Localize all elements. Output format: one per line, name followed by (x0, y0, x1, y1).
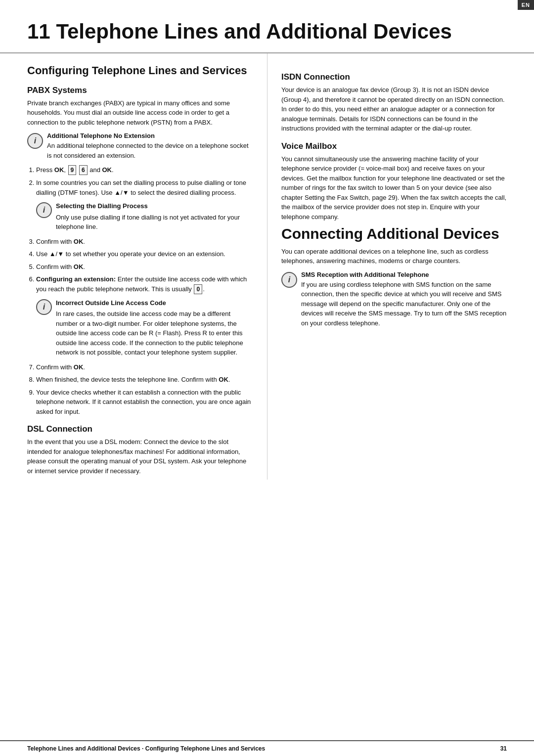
step-6: Configuring an extension: Enter the outs… (36, 274, 253, 357)
info-icon-4: i (281, 272, 297, 288)
voicemail-text: You cannot simultaneously use the answer… (281, 154, 507, 222)
pabx-body: Private branch exchanges (PABX) are typi… (27, 98, 253, 128)
info-box-3: i Incorrect Outside Line Access Code In … (36, 298, 253, 357)
info-box-2: i Selecting the Dialling Process Only us… (36, 201, 253, 232)
info-content-3: Incorrect Outside Line Access Code In ra… (56, 298, 253, 357)
info-content-1: Additional Telephone No Extension An add… (47, 132, 253, 160)
step-7: Confirm with OK. (36, 362, 253, 372)
step-5: Confirm with OK. (36, 262, 253, 272)
en-tab: EN (518, 0, 534, 10)
steps-list: Press OK, 9 6 and OK. In some countries … (27, 165, 253, 416)
info1-text: An additional telephone connected to the… (47, 141, 253, 160)
pabx-title: PABX Systems (27, 86, 253, 95)
step-1: Press OK, 9 6 and OK. (36, 165, 253, 175)
dsl-text: In the event that you use a DSL modem: C… (27, 437, 253, 476)
right-column: ISDN Connection Your device is an analog… (267, 53, 507, 480)
voicemail-title: Voice Mailbox (281, 141, 507, 151)
info-box-1: i Additional Telephone No Extension An a… (27, 132, 253, 160)
info1-title: Additional Telephone No Extension (47, 132, 253, 139)
info2-text: Only use pulse dialling if tone dialling… (56, 213, 253, 232)
info3-title: Incorrect Outside Line Access Code (56, 298, 253, 308)
info-box-4: i SMS Reception with Additional Telephon… (281, 271, 507, 328)
info-icon-1: i (27, 133, 43, 149)
info4-text: If you are using cordless telephone with… (301, 280, 507, 328)
section1-title: Configuring Telephone Lines and Services (27, 64, 253, 77)
step-4: Use ▲/▼ to set whether you operate your … (36, 249, 253, 259)
left-column: Configuring Telephone Lines and Services… (27, 53, 267, 480)
info3-text: In rare cases, the outside line access c… (56, 309, 253, 357)
info4-title: SMS Reception with Additional Telephone (301, 271, 507, 278)
section2-title: Connecting Additional Devices (281, 225, 507, 243)
footer-page: 31 (500, 745, 507, 752)
main-title: 11 Telephone Lines and Additional Device… (0, 0, 534, 53)
info-content-4: SMS Reception with Additional Telephone … (301, 271, 507, 328)
footer: Telephone Lines and Additional Devices ·… (0, 740, 534, 756)
info-icon-2: i (36, 202, 52, 218)
isdn-text: Your device is an analogue fax device (G… (281, 85, 507, 133)
columns: Configuring Telephone Lines and Services… (0, 53, 534, 480)
step-2: In some countries you can set the dialli… (36, 178, 253, 232)
footer-left: Telephone Lines and Additional Devices ·… (27, 745, 265, 752)
page: EN 11 Telephone Lines and Additional Dev… (0, 0, 534, 756)
section2-body: You can operate additional devices on a … (281, 247, 507, 266)
dsl-title: DSL Connection (27, 424, 253, 434)
info2-title: Selecting the Dialling Process (56, 201, 253, 211)
step-9: Your device checks whether it can establ… (36, 388, 253, 417)
step-8: When finished, the device tests the tele… (36, 375, 253, 385)
isdn-title: ISDN Connection (281, 72, 507, 82)
step-3: Confirm with OK. (36, 237, 253, 247)
info-icon-3: i (36, 299, 52, 315)
info-content-2: Selecting the Dialling Process Only use … (56, 201, 253, 232)
